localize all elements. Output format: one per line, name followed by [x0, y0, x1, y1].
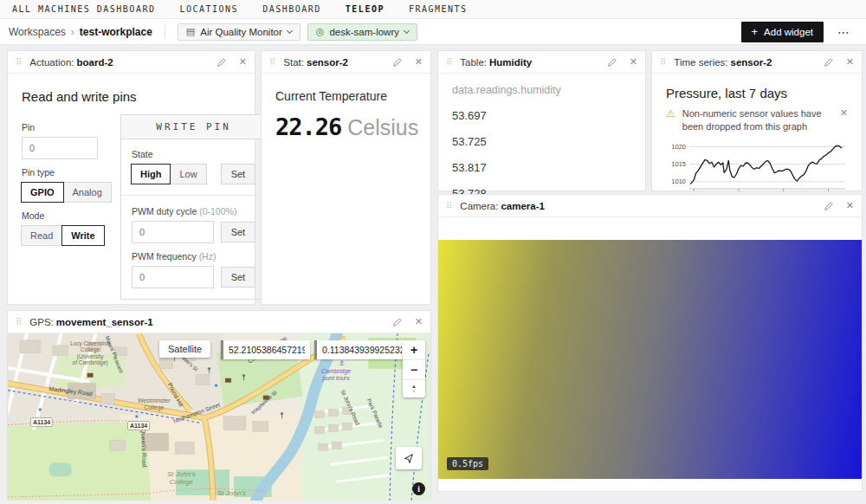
- workspace-selector-label: Air Quality Monitor: [200, 27, 282, 37]
- pin-input[interactable]: [22, 137, 98, 159]
- stat-value: 22.26: [275, 113, 341, 140]
- zoom-out-button[interactable]: −: [403, 359, 425, 379]
- warning-text: Non-numeric sensor values have been drop…: [682, 107, 823, 134]
- close-icon[interactable]: ✕: [415, 316, 423, 327]
- widget-gps: ⠿ GPS:movement_sensor-1 ✕: [7, 310, 431, 501]
- pin-type-analog-button[interactable]: Analog: [63, 182, 112, 203]
- widget-title: Stat:sensor-2: [283, 57, 348, 68]
- widget-actuation: ⠿ Actuation:board-2 ✕ Read and write pin…: [7, 50, 255, 305]
- drag-handle-icon[interactable]: ⠿: [269, 57, 275, 67]
- workspace-icon: ▤: [186, 27, 195, 36]
- widget-stat: ⠿ Stat:sensor-2 ✕ Current Temperature 22…: [261, 50, 431, 305]
- toolbar-divider: [165, 25, 165, 39]
- widget-table: ⠿ Table:Humidity ✕ data.readings.humidit…: [437, 50, 646, 191]
- edit-icon[interactable]: [824, 57, 834, 68]
- pin-type-toggle: GPIO Analog: [22, 182, 98, 203]
- zoom-in-button[interactable]: +: [403, 340, 425, 359]
- pwm-duty-set-button[interactable]: Set: [221, 222, 256, 242]
- panel-divider: [121, 195, 266, 196]
- machine-online-icon: ◎: [316, 27, 325, 36]
- svg-text:1015: 1015: [671, 160, 686, 168]
- drag-handle-icon[interactable]: ⠿: [446, 57, 452, 67]
- widget-title: Actuation:board-2: [29, 57, 113, 68]
- satellite-toggle-button[interactable]: Satellite: [159, 340, 210, 358]
- table-column-header: data.readings.humidity: [452, 84, 631, 96]
- widget-title: GPS:movement_sensor-1: [29, 317, 152, 327]
- edit-icon[interactable]: [607, 57, 617, 68]
- compass-button[interactable]: ▲ ▼: [403, 379, 425, 397]
- nav-tab-teleop[interactable]: TELEOP: [346, 4, 385, 14]
- dashboard-canvas: ⠿ Actuation:board-2 ✕ Read and write pin…: [0, 45, 866, 504]
- pwm-freq-set-button[interactable]: Set: [221, 267, 256, 288]
- latitude-input[interactable]: [223, 340, 310, 359]
- write-pin-panel: WRITE PIN State High Low Set PWM du: [120, 114, 267, 300]
- map-info-button[interactable]: i: [412, 482, 425, 495]
- close-icon[interactable]: ✕: [846, 200, 854, 211]
- nav-tab-fragments[interactable]: FRAGMENTS: [409, 4, 468, 14]
- drag-handle-icon[interactable]: ⠿: [16, 317, 22, 326]
- edit-icon[interactable]: [216, 57, 227, 68]
- edit-icon[interactable]: [392, 317, 403, 327]
- locate-button[interactable]: [396, 447, 422, 469]
- gps-map[interactable]: Lucy Cavendish College (University of Ca…: [8, 333, 430, 501]
- write-pin-header: WRITE PIN: [121, 115, 266, 139]
- fps-badge: 0.5fps: [447, 457, 488, 470]
- mode-label: Mode: [22, 210, 98, 221]
- timeseries-heading: Pressure, last 7 days: [666, 86, 848, 100]
- warning-icon: ⚠: [666, 107, 675, 120]
- widget-timeseries: ⠿ Time series:sensor-2 ✕ Pressure, last …: [651, 50, 863, 191]
- more-options-button[interactable]: ⋯: [830, 25, 857, 39]
- state-toggle: High Low: [132, 164, 207, 184]
- nav-tab-dashboard[interactable]: DASHBOARD: [262, 4, 321, 14]
- pin-label: Pin: [22, 122, 98, 132]
- compass-down-icon: ▼: [411, 389, 417, 394]
- actuation-heading: Read and write pins: [22, 89, 241, 104]
- longitude-input[interactable]: [317, 340, 407, 359]
- machine-selector-label: desk-sam-lowry: [329, 27, 399, 37]
- edit-icon[interactable]: [824, 201, 834, 211]
- timeseries-chart: 10101015102006/2106/2306/2506/27: [666, 136, 850, 202]
- breadcrumb: Workspaces › test-workplace: [9, 26, 152, 38]
- mode-write-button[interactable]: Write: [61, 225, 104, 246]
- table-row: 53.697: [452, 109, 631, 122]
- pin-type-label: Pin type: [22, 167, 98, 178]
- close-icon[interactable]: ✕: [630, 56, 637, 68]
- map-zoom-control: + − ▲ ▼: [403, 340, 425, 397]
- pin-type-gpio-button[interactable]: GPIO: [21, 182, 64, 203]
- drag-handle-icon[interactable]: ⠿: [660, 57, 666, 67]
- nav-tab-locations[interactable]: LOCATIONS: [179, 4, 238, 14]
- widget-title: Table:Humidity: [460, 57, 532, 68]
- close-icon[interactable]: ✕: [846, 56, 854, 68]
- warning-banner: ⚠ Non-numeric sensor values have been dr…: [666, 107, 848, 134]
- longitude-field: [314, 340, 407, 359]
- workspace-selector-dropdown[interactable]: ▤ Air Quality Monitor: [178, 23, 301, 41]
- stat-label: Current Temperature: [275, 89, 417, 103]
- pwm-duty-input[interactable]: [132, 221, 214, 243]
- widget-camera: ⠿ Camera:camera-1 ✕ 0.5fps: [437, 194, 863, 492]
- widget-title: Camera:camera-1: [460, 201, 545, 211]
- breadcrumb-current: test-workplace: [80, 26, 152, 38]
- state-high-button[interactable]: High: [131, 164, 171, 184]
- edit-icon[interactable]: [392, 57, 403, 68]
- widget-header: ⠿ Actuation:board-2 ✕: [8, 51, 255, 74]
- add-widget-button[interactable]: + Add widget: [741, 22, 824, 42]
- pwm-freq-input[interactable]: [132, 266, 214, 288]
- mode-toggle: Read Write: [22, 225, 98, 246]
- state-low-button[interactable]: Low: [170, 164, 206, 184]
- breadcrumb-workspaces-link[interactable]: Workspaces: [9, 26, 66, 38]
- warning-dismiss-icon[interactable]: ✕: [840, 107, 848, 119]
- nav-tab-all-machines-dashboard[interactable]: ALL MACHINES DASHBOARD: [12, 4, 155, 14]
- workspace-toolbar: Workspaces › test-workplace ▤ Air Qualit…: [0, 19, 866, 45]
- top-nav: ALL MACHINES DASHBOARD LOCATIONS DASHBOA…: [0, 0, 866, 19]
- svg-text:1020: 1020: [671, 143, 686, 151]
- state-set-button[interactable]: Set: [221, 164, 256, 184]
- drag-handle-icon[interactable]: ⠿: [16, 57, 22, 67]
- close-icon[interactable]: ✕: [415, 56, 423, 68]
- latitude-field: [221, 340, 310, 359]
- close-icon[interactable]: ✕: [239, 56, 247, 68]
- drag-handle-icon[interactable]: ⠿: [446, 201, 452, 210]
- machine-selector-dropdown[interactable]: ◎ desk-sam-lowry: [307, 23, 417, 41]
- pwm-duty-label: PWM duty cycle (0-100%): [132, 206, 255, 216]
- stat-unit: Celsius: [347, 115, 418, 139]
- mode-read-button[interactable]: Read: [21, 225, 62, 246]
